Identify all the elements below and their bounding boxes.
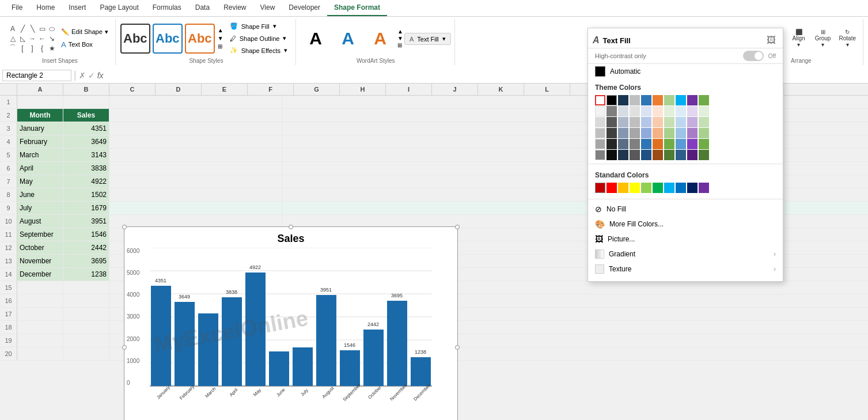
- cell-b1[interactable]: [63, 96, 109, 108]
- theme-swatch-b3[interactable]: [607, 128, 617, 138]
- handle-tm[interactable]: [289, 225, 293, 229]
- cell-b9[interactable]: 1679: [63, 202, 109, 214]
- theme-swatch-or0[interactable]: [653, 95, 663, 105]
- theme-swatch-lb4[interactable]: [676, 139, 686, 149]
- theme-swatch-b4[interactable]: [607, 139, 617, 149]
- cell-c5[interactable]: [109, 149, 282, 161]
- col-header-k[interactable]: K: [478, 84, 524, 95]
- cell-b20[interactable]: [63, 347, 109, 360]
- cell-a16[interactable]: [17, 294, 63, 307]
- theme-swatch-gr2[interactable]: [664, 117, 674, 127]
- shape-effects-button[interactable]: ✨ Shape Effects ▾: [225, 45, 292, 56]
- cell-c1[interactable]: [109, 96, 282, 108]
- shape-darrow-icon[interactable]: ↘: [47, 34, 56, 43]
- wordart-expand[interactable]: ⊞: [397, 42, 403, 48]
- std-swatch-red[interactable]: [607, 183, 617, 193]
- gradient-option[interactable]: Gradient ›: [588, 247, 783, 262]
- cell-a7[interactable]: May: [17, 175, 63, 188]
- std-swatch-lightgreen[interactable]: [641, 183, 651, 193]
- cell-a14[interactable]: December: [17, 268, 63, 281]
- shape-oval-icon[interactable]: ⬭: [47, 24, 56, 33]
- theme-swatch-g3[interactable]: [630, 128, 640, 138]
- theme-swatch-bl0[interactable]: [641, 95, 651, 105]
- std-swatch-purple[interactable]: [699, 183, 709, 193]
- tab-view[interactable]: View: [253, 0, 282, 16]
- edit-shape-button[interactable]: ✏️ Edit Shape ▾: [58, 27, 112, 37]
- shape-style-up[interactable]: ▲: [217, 27, 224, 34]
- cell-a2-month[interactable]: Month: [17, 109, 63, 122]
- theme-swatch-pu0[interactable]: [687, 95, 698, 105]
- theme-swatch-or1[interactable]: [653, 106, 663, 116]
- cell-a5[interactable]: March: [17, 149, 63, 161]
- rotate-arrow[interactable]: ▾: [846, 41, 849, 48]
- theme-swatch-b1[interactable]: [607, 106, 617, 116]
- cell-b2-sales[interactable]: Sales: [63, 109, 109, 122]
- std-swatch-darkblue[interactable]: [687, 183, 698, 193]
- cell-c9[interactable]: [109, 202, 282, 214]
- cell-a11[interactable]: September: [17, 228, 63, 241]
- shape-style-down[interactable]: ▼: [217, 35, 224, 42]
- theme-swatch-gr3[interactable]: [664, 128, 674, 138]
- theme-swatch-b5[interactable]: [607, 150, 617, 160]
- handle-mr[interactable]: [455, 345, 460, 350]
- group-button[interactable]: ⊞ Group ▾: [812, 27, 835, 50]
- cell-b14[interactable]: 1238: [63, 268, 109, 281]
- theme-swatch-db3[interactable]: [618, 128, 628, 138]
- cell-c4[interactable]: [109, 135, 282, 148]
- theme-swatch-db0[interactable]: [618, 95, 628, 105]
- cell-c6[interactable]: [109, 162, 282, 175]
- shape-fill-button[interactable]: 🪣 Shape Fill ▾: [225, 21, 292, 32]
- theme-swatch-bl1[interactable]: [641, 106, 651, 116]
- theme-swatch-w4[interactable]: [595, 139, 605, 149]
- shape-lbracket-icon[interactable]: ]: [28, 44, 37, 53]
- theme-swatch-g4[interactable]: [630, 139, 640, 149]
- cell-a10[interactable]: August: [17, 215, 63, 228]
- col-header-e[interactable]: E: [202, 84, 248, 95]
- cell-c10[interactable]: [109, 215, 282, 228]
- theme-swatch-pu4[interactable]: [687, 139, 698, 149]
- std-swatch-orange[interactable]: [618, 183, 628, 193]
- col-header-i[interactable]: I: [386, 84, 432, 95]
- cell-c8[interactable]: [109, 188, 282, 201]
- shape-arrow-icon[interactable]: →: [28, 34, 37, 43]
- rotate-button[interactable]: ↻ Rotate ▾: [836, 27, 859, 50]
- theme-swatch-g24[interactable]: [699, 139, 709, 149]
- cell-a15[interactable]: [17, 281, 63, 294]
- cell-b7[interactable]: 4922: [63, 175, 109, 188]
- cell-b6[interactable]: 3838: [63, 162, 109, 175]
- cell-a8[interactable]: June: [17, 188, 63, 201]
- theme-swatch-w2[interactable]: [595, 117, 605, 127]
- tab-data[interactable]: Data: [188, 0, 217, 16]
- cell-a3[interactable]: January: [17, 122, 63, 135]
- tab-file[interactable]: File: [5, 0, 29, 16]
- fx-icon[interactable]: fx: [97, 71, 104, 80]
- shape-outline-arrow[interactable]: ▾: [283, 35, 286, 42]
- theme-swatch-g21[interactable]: [699, 106, 709, 116]
- theme-swatch-g1[interactable]: [630, 106, 640, 116]
- tab-formulas[interactable]: Formulas: [146, 0, 188, 16]
- tab-home[interactable]: Home: [29, 0, 62, 16]
- tab-developer[interactable]: Developer: [282, 0, 327, 16]
- theme-swatch-g22[interactable]: [699, 117, 709, 127]
- align-arrow[interactable]: ▾: [797, 41, 800, 48]
- cell-a4[interactable]: February: [17, 135, 63, 148]
- col-header-a[interactable]: A: [17, 84, 63, 95]
- theme-swatch-g0[interactable]: [630, 95, 640, 105]
- theme-swatch-g25[interactable]: [699, 150, 709, 160]
- col-header-g[interactable]: G: [294, 84, 340, 95]
- cell-b12[interactable]: 2442: [63, 241, 109, 254]
- theme-swatch-g5[interactable]: [630, 150, 640, 160]
- wordart-up[interactable]: ▲: [397, 28, 403, 35]
- shape-larrow-icon[interactable]: ←: [37, 34, 47, 43]
- theme-swatch-db4[interactable]: [618, 139, 628, 149]
- std-swatch-lightblue[interactable]: [664, 183, 674, 193]
- theme-swatch-g23[interactable]: [699, 128, 709, 138]
- shape-line2-icon[interactable]: ╲: [28, 24, 37, 33]
- cell-b17[interactable]: [63, 308, 109, 320]
- shape-style-2[interactable]: Abc: [153, 24, 183, 54]
- shape-style-expand[interactable]: ⊞: [217, 43, 224, 50]
- shape-effects-arrow[interactable]: ▾: [284, 47, 287, 54]
- theme-swatch-or5[interactable]: [653, 150, 663, 160]
- col-header-d[interactable]: D: [156, 84, 202, 95]
- tab-review[interactable]: Review: [217, 0, 253, 16]
